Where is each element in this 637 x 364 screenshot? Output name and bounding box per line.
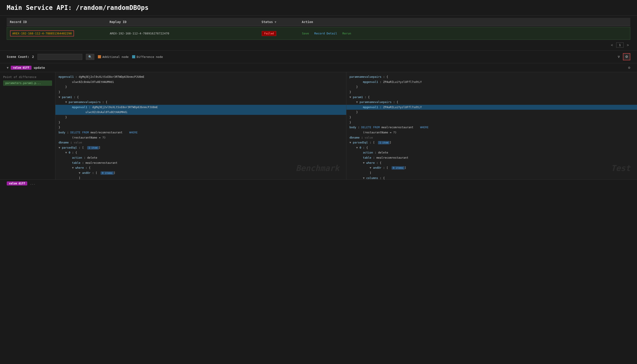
additional-node-icon [98, 55, 101, 58]
page-header: Main Service API: /random/randomDBOps [0, 0, 637, 16]
scene-count-label: Scene Count: 2 [7, 55, 34, 58]
tree-line: (restaurantName = ?) [346, 130, 637, 135]
tree-line: dbname : value [56, 140, 346, 145]
tree-line: ▼ paramnamevaluepairs : { [346, 100, 637, 105]
tree-line: } [346, 84, 637, 90]
point-of-diff-panel: Point of difference parameters.param1.p.… [0, 72, 56, 180]
status-badge: Failed [262, 31, 276, 36]
tree-line: ▼ andOr : [ 0 items] [346, 165, 637, 170]
record-id-value: AREX-192-168-112-4-788851364402298 [10, 30, 74, 36]
diff-container: Point of difference parameters.param1.p.… [0, 72, 637, 180]
tree-line: ▼ where : { [56, 165, 346, 170]
col-header-replay-id: Replay ID [110, 20, 262, 24]
tree-line: } [56, 84, 346, 90]
tree-line: mpgenval1 : dgMq3Ej2vl9sXLtSsE8or3RTWDp6… [56, 105, 346, 110]
tree-line: body : DELETE FROM mealrecomrestaurant W… [346, 125, 637, 130]
action-cell: Save Record Detail Rerun [302, 32, 630, 35]
table-header-row: Record ID Replay ID Status ▼ Action [7, 18, 630, 26]
tree-line: ulwc0Zc8nAal0Tu8EtHAUMHdi [56, 80, 346, 85]
tree-line: mpgenval1 : dgMq3Ej2vl9sXLtSsE8or3RTWDp6… [56, 74, 346, 80]
tree-line: ▼ param1 : { [346, 95, 637, 100]
tree-line: } [56, 90, 346, 95]
tree-line: action : delete [56, 155, 346, 160]
save-button[interactable]: Save [302, 32, 309, 35]
rerun-button[interactable]: Rerun [342, 32, 351, 35]
replay-id-cell: AREX-192-168-112-4-788916278722470 [110, 32, 262, 35]
bottom-label: ... [30, 182, 35, 185]
page-title: Main Service API: /random/randomDBOps [7, 4, 149, 12]
difference-node-icon [132, 55, 135, 58]
collapse-button[interactable]: ▼ [7, 66, 8, 70]
pod-label: Point of difference [3, 75, 52, 79]
tree-line: ▼ param1 : { [56, 95, 346, 100]
scene-bar-right: ⛛ ⚙ [617, 53, 630, 60]
tree-line: ▼ parsedSql : [ 1 item] [56, 145, 346, 150]
tree-line: } [56, 115, 346, 120]
pod-item[interactable]: parameters.param1.p... [3, 80, 52, 86]
tree-line: ] [56, 176, 346, 180]
table-section: Record ID Replay ID Status ▼ Action AREX… [0, 18, 637, 40]
tree-line: } [346, 110, 637, 115]
test-tree: paramnamevaluepairs : { mpgenval1 : ZPAa… [346, 74, 637, 180]
tree-line: ▼ where : { [346, 160, 637, 166]
tree-line: ulwc0Zc8nAal0Tu8EtHAUMHdi [56, 110, 346, 115]
col-header-status: Status ▼ [262, 20, 302, 24]
scene-filter-button[interactable]: ⛛ [617, 55, 621, 59]
scene-settings-button[interactable]: ⚙ [623, 53, 630, 60]
tree-line: } [56, 120, 346, 125]
bottom-bar: value diff ... [0, 180, 637, 187]
tree-line: action : delete [346, 150, 637, 155]
test-panel: paramnamevaluepairs : { mpgenval1 : ZPAa… [346, 72, 637, 180]
col-header-action: Action [302, 20, 630, 24]
next-page-button[interactable]: > [626, 42, 630, 48]
tree-line: mpgenval1 : ZPAaRILuiYyzlUFfl7sdtLY [346, 80, 637, 85]
diff-settings-button[interactable]: ⚙ [628, 66, 630, 70]
tree-line: table : mealrecomrestaurant [56, 160, 346, 166]
tree-line: dbname : value [346, 135, 637, 140]
tree-line: ▼ 0 : { [56, 150, 346, 155]
tree-line: paramnamevaluepairs : { [346, 74, 637, 80]
tree-line: ▼ columns : { [346, 176, 637, 180]
status-cell: Failed [262, 32, 302, 35]
legend-additional-node: Additional node [98, 55, 128, 58]
page-number: 1 [616, 42, 624, 48]
legend-difference-node: Difference node [132, 55, 163, 58]
col-header-record-id: Record ID [7, 20, 110, 24]
record-detail-button[interactable]: Record Detail [314, 32, 337, 35]
tree-line: table : mealrecomrestaurant [346, 155, 637, 160]
tree-line: ▼ parsedSql : [ 1 item] [346, 140, 637, 145]
tree-line: ▼ paramnamevaluepairs : { [56, 100, 346, 105]
tree-line: ] [346, 170, 637, 176]
tree-line: ▼ 0 : { [346, 145, 637, 150]
tree-line: } [346, 90, 637, 95]
scene-search-button[interactable]: 🔍 [86, 54, 94, 60]
tree-line: } [346, 115, 637, 120]
tree-line: } [56, 125, 346, 130]
tree-line: mpgenval1 : ZPAaRILuiYyzlUFfl7sdtLY [346, 105, 637, 110]
bottom-diff-badge: value diff [7, 182, 27, 186]
tree-line: body : DELETE FROM mealrecomrestaurant W… [56, 130, 346, 135]
tree-line: ▼ andOr : [ 0 items] [56, 170, 346, 176]
diff-bar: ▼ value diff update ⚙ [0, 63, 637, 72]
scene-bar: Scene Count: 2 🔍 Additional node Differe… [0, 50, 637, 63]
benchmark-panel: mpgenval1 : dgMq3Ej2vl9sXLtSsE8or3RTWDp6… [56, 72, 346, 180]
benchmark-tree: mpgenval1 : dgMq3Ej2vl9sXLtSsE8or3RTWDp6… [56, 74, 346, 180]
tree-line: } [346, 120, 637, 125]
diff-badge: value diff [11, 66, 31, 70]
pagination-row: < 1 > [0, 40, 637, 50]
tree-line: (restaurantName = ?) [56, 135, 346, 140]
scene-search-input[interactable] [38, 54, 82, 60]
diff-label: update [34, 66, 45, 70]
prev-page-button[interactable]: < [610, 42, 614, 48]
table-row: AREX-192-168-112-4-788851364402298 AREX-… [7, 27, 630, 40]
record-id-cell: AREX-192-168-112-4-788851364402298 [7, 30, 110, 36]
filter-icon[interactable]: ▼ [275, 20, 276, 24]
